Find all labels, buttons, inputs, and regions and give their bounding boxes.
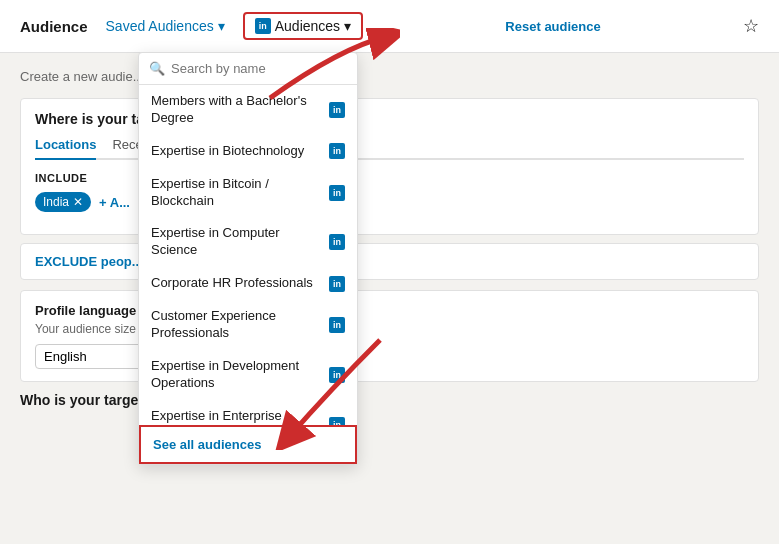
linkedin-icon: in [255,18,271,34]
who-target-title: Who is your targe... [20,392,759,408]
linkedin-icon: in [329,143,345,159]
india-tag-close[interactable]: ✕ [73,195,83,209]
saved-audiences-button[interactable]: Saved Audiences ▾ [100,14,231,38]
dropdown-item-name: Expertise in Biotechnology [151,143,329,160]
search-icon: 🔍 [149,61,165,76]
dropdown-list-item[interactable]: Expertise in Enterprise Resource Plannin… [139,400,357,425]
bulb-icon: ☆ [743,15,759,37]
linkedin-icon: in [329,317,345,333]
dropdown-item-name: Customer Experience Professionals [151,308,329,342]
page-wrapper: Audience Saved Audiences ▾ in Audiences … [0,0,779,544]
exclude-label: EXCLUDE peop... [35,254,143,269]
language-value: English [44,349,87,364]
linkedin-icon: in [329,234,345,250]
dropdown-item-name: Expertise in Computer Science [151,225,329,259]
linkedin-icon: in [329,276,345,292]
india-tag[interactable]: India ✕ [35,192,91,212]
india-tag-label: India [43,195,69,209]
header: Audience Saved Audiences ▾ in Audiences … [0,0,779,53]
create-new-text: Create a new audie... [20,69,759,84]
saved-audiences-chevron: ▾ [218,18,225,34]
dropdown-search-container: 🔍 [139,53,357,85]
profile-language-section: Profile language Your audience size area… [20,290,759,382]
dropdown-item-name: Expertise in Development Operations [151,358,329,392]
audiences-label: Audiences [275,18,340,34]
saved-audiences-label: Saved Audiences [106,18,214,34]
exclude-bar: EXCLUDE peop... [20,243,759,280]
reset-audience-link[interactable]: Reset audience [505,19,600,34]
main-content: Create a new audie... Where is your targ… [0,53,779,424]
dropdown-item-name: Members with a Bachelor's Degree [151,93,329,127]
audiences-button[interactable]: in Audiences ▾ [243,12,363,40]
linkedin-icon: in [329,185,345,201]
dropdown-list-item[interactable]: Members with a Bachelor's Degreein [139,85,357,135]
locations-card: Where is your targ... Locations Rece... … [20,98,759,235]
dropdown-list-item[interactable]: Customer Experience Professionalsin [139,300,357,350]
dropdown-list-item[interactable]: Corporate HR Professionalsin [139,267,357,300]
tab-locations[interactable]: Locations [35,137,96,160]
add-link[interactable]: + A... [99,195,130,210]
dropdown-item-name: Expertise in Bitcoin / Blockchain [151,176,329,210]
see-all-audiences-button[interactable]: See all audiences [139,425,357,464]
dropdown-list: Members with a Bachelor's DegreeinExpert… [139,85,357,425]
linkedin-icon: in [329,102,345,118]
dropdown-item-name: Expertise in Enterprise Resource Plannin… [151,408,329,425]
language-select[interactable]: English ▾ [35,344,155,369]
audience-label: Audience [20,18,88,35]
dropdown-list-item[interactable]: Expertise in Development Operationsin [139,350,357,400]
linkedin-icon: in [329,367,345,383]
audiences-dropdown: 🔍 Members with a Bachelor's DegreeinExpe… [138,52,358,465]
audiences-chevron: ▾ [344,18,351,34]
dropdown-list-item[interactable]: Expertise in Computer Sciencein [139,217,357,267]
dropdown-list-item[interactable]: Expertise in Biotechnologyin [139,135,357,168]
dropdown-item-name: Corporate HR Professionals [151,275,329,292]
search-input[interactable] [171,61,347,76]
dropdown-list-item[interactable]: Expertise in Bitcoin / Blockchainin [139,168,357,218]
linkedin-icon: in [329,417,345,425]
